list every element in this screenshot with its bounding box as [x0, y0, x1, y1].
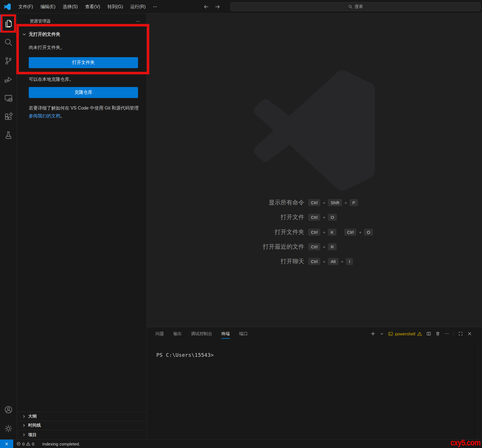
- key-chip: Ctrl: [308, 258, 320, 265]
- git-docs-paragraph: 若要详细了解如何在 VS Code 中使用 Git 和源代码管理参阅我们的文档。: [29, 104, 140, 120]
- testing-icon[interactable]: [0, 126, 17, 144]
- status-bar: 0 0 Indexing completed.: [0, 439, 482, 448]
- menu-bar: 文件(F) 编辑(E) 选择(S) 查看(V) 转到(G) 运行(R): [15, 0, 161, 14]
- panel-toolbar: powershell: [370, 327, 472, 340]
- sidebar-header: 资源管理器: [17, 16, 146, 26]
- plus-separator: +: [323, 259, 325, 264]
- chevron-right-icon: [22, 414, 26, 418]
- plus-separator: +: [323, 230, 325, 235]
- menu-selection[interactable]: 选择(S): [59, 0, 81, 14]
- key-chip: Ctrl: [308, 199, 320, 206]
- plus-separator: +: [345, 200, 347, 205]
- title-bar: 文件(F) 编辑(E) 选择(S) 查看(V) 转到(G) 运行(R): [0, 0, 482, 14]
- shortcut-row: 打开文件夹 Ctrl + K Ctrl + O: [147, 227, 482, 237]
- tab-problems[interactable]: 问题: [156, 327, 164, 340]
- section-outline[interactable]: 大纲: [17, 412, 146, 421]
- split-terminal-icon[interactable]: [427, 331, 431, 336]
- section-outline-label: 大纲: [28, 414, 37, 419]
- shortcut-label: 打开文件夹: [147, 228, 304, 236]
- shortcut-row: 打开最近的文件 Ctrl + R: [147, 242, 482, 252]
- plus-separator: +: [323, 215, 325, 220]
- terminal-icon: [388, 331, 393, 336]
- tab-output[interactable]: 输出: [173, 327, 182, 340]
- menu-edit[interactable]: 编辑(E): [37, 0, 59, 14]
- shortcut-row: 打开文件 Ctrl + O: [147, 212, 482, 222]
- extensions-icon[interactable]: [0, 108, 17, 126]
- editor-area: 显示所有命令 Ctrl + Shift + P 打开文件 Ctrl + O 打开…: [147, 14, 482, 327]
- key-chip: K: [328, 229, 336, 236]
- source-control-icon[interactable]: [0, 52, 17, 70]
- warning-icon: [417, 331, 422, 336]
- tab-debug-console[interactable]: 调试控制台: [191, 327, 212, 340]
- problems-status[interactable]: 0 0: [16, 440, 34, 448]
- shortcut-label: 显示所有命令: [147, 199, 304, 206]
- clone-repo-button[interactable]: 克隆仓库: [29, 87, 138, 98]
- section-no-folder-header[interactable]: 无打开的文件夹: [17, 30, 146, 39]
- menu-view[interactable]: 查看(V): [81, 0, 104, 14]
- sidebar-more-icon[interactable]: [135, 18, 141, 25]
- maximize-panel-icon[interactable]: [458, 331, 463, 336]
- search-view-icon[interactable]: [0, 33, 17, 51]
- key-chip: Ctrl: [308, 229, 320, 236]
- remote-indicator[interactable]: [0, 440, 13, 448]
- tab-terminal[interactable]: 终端: [221, 327, 230, 340]
- chevron-right-icon: [22, 424, 26, 427]
- section-project[interactable]: 项目: [17, 430, 146, 439]
- status-message[interactable]: Indexing completed.: [42, 440, 80, 448]
- error-icon: [16, 442, 21, 446]
- key-chip: Shift: [328, 199, 342, 206]
- menu-goto[interactable]: 转到(G): [104, 0, 126, 14]
- section-timeline-label: 时间线: [28, 423, 41, 428]
- key-chip: Ctrl: [308, 214, 320, 221]
- section-timeline[interactable]: 时间线: [17, 421, 146, 430]
- remote-explorer-icon[interactable]: [0, 89, 17, 107]
- sidebar-explorer: 资源管理器 无打开的文件夹 尚未打开文件夹。 打开文件夹 可以在本地克隆仓库。 …: [17, 14, 147, 439]
- close-panel-icon[interactable]: [467, 331, 472, 336]
- kill-terminal-icon[interactable]: [436, 331, 440, 336]
- account-icon[interactable]: [0, 401, 17, 419]
- back-arrow-icon[interactable]: [203, 4, 209, 10]
- key-chip: Ctrl: [308, 243, 320, 250]
- terminal-dropdown-icon[interactable]: [380, 332, 384, 336]
- run-debug-icon[interactable]: [0, 70, 17, 88]
- error-count: 0: [22, 442, 25, 446]
- plus-separator: +: [323, 200, 325, 205]
- shortcut-row: 打开聊天 Ctrl + Alt + I: [147, 256, 482, 266]
- chevron-right-icon: [22, 433, 26, 437]
- git-docs-period: 。: [60, 113, 65, 118]
- plus-separator: +: [323, 244, 325, 249]
- key-chip: O: [364, 229, 373, 236]
- menu-file[interactable]: 文件(F): [15, 0, 37, 14]
- explorer-icon[interactable]: [0, 15, 17, 33]
- docs-link[interactable]: 参阅我们的文档: [29, 113, 60, 118]
- settings-gear-icon[interactable]: [0, 420, 17, 438]
- vscode-watermark-logo: [254, 70, 375, 191]
- remote-icon: [4, 442, 9, 446]
- activity-bar: [0, 14, 17, 439]
- bottom-panel: 问题 输出 调试控制台 终端 端口 powershell: [147, 327, 482, 439]
- empty-folder-text: 尚未打开文件夹。: [29, 45, 65, 51]
- new-terminal-icon[interactable]: [370, 331, 376, 336]
- forward-arrow-icon[interactable]: [215, 4, 220, 10]
- clone-hint-text: 可以在本地克隆仓库。: [29, 77, 74, 83]
- section-project-label: 项目: [28, 432, 37, 438]
- menu-more-icon[interactable]: [149, 0, 161, 14]
- open-folder-button[interactable]: 打开文件夹: [29, 57, 138, 68]
- terminal-profile[interactable]: powershell: [388, 331, 422, 336]
- search-input[interactable]: 搜索: [230, 2, 481, 11]
- search-icon: [348, 5, 353, 9]
- shortcut-row: 显示所有命令 Ctrl + Shift + P: [147, 197, 482, 208]
- panel-more-icon[interactable]: [445, 331, 449, 336]
- vscode-logo-icon: [4, 3, 11, 10]
- menu-run[interactable]: 运行(R): [127, 0, 149, 14]
- tab-ports[interactable]: 端口: [239, 327, 248, 340]
- shortcut-label: 打开聊天: [147, 257, 304, 265]
- terminal-scrollbar[interactable]: [474, 344, 474, 440]
- terminal-prompt[interactable]: PS C:\Users\15543>: [156, 352, 214, 358]
- warning-icon: [26, 442, 30, 446]
- plus-separator: +: [341, 259, 344, 264]
- chevron-down-icon: [22, 32, 26, 37]
- warning-count: 0: [32, 442, 34, 446]
- shortcut-label: 打开文件: [147, 213, 304, 221]
- shortcut-label: 打开最近的文件: [147, 243, 304, 251]
